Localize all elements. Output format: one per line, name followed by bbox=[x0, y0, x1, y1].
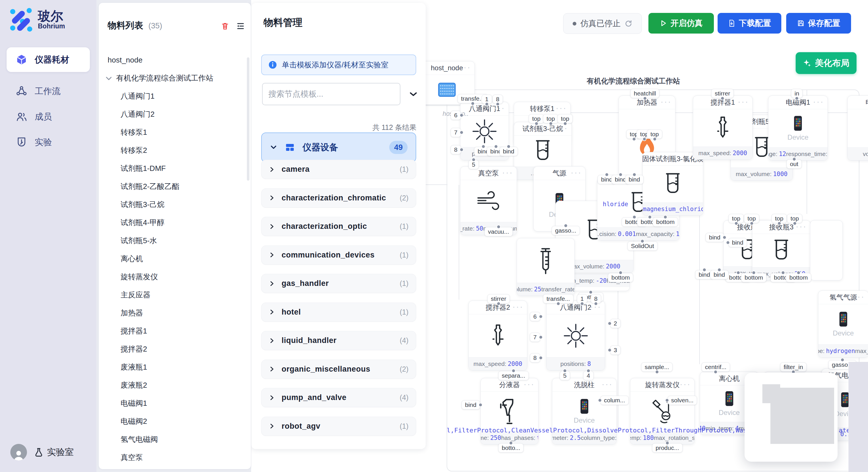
avatar[interactable] bbox=[10, 444, 27, 461]
tree-item[interactable]: 试剂瓶5-水 bbox=[99, 232, 251, 250]
port-chip-5[interactable]: 5 bbox=[468, 160, 479, 169]
tree-item[interactable]: 离心机 bbox=[99, 250, 251, 268]
node-menu-icon[interactable]: ··· bbox=[738, 97, 749, 106]
node-menu-icon[interactable]: ··· bbox=[660, 97, 672, 106]
port-chip-top[interactable]: top bbox=[543, 114, 558, 123]
tree-item[interactable]: 电磁阀1 bbox=[99, 394, 251, 412]
tree-item[interactable]: 废液瓶2 bbox=[99, 376, 251, 394]
sidebar-item-工作流[interactable]: 工作流 bbox=[7, 82, 90, 100]
tree-item[interactable]: 八通阀门1 bbox=[99, 87, 251, 105]
port-chip-top[interactable]: top bbox=[728, 214, 744, 223]
port-chip-vacuu...[interactable]: vacuu... bbox=[485, 227, 513, 236]
node-menu-icon[interactable]: ··· bbox=[502, 167, 513, 177]
node-分液器[interactable]: 分液器···volume: 250 has_phases: true bbox=[480, 378, 538, 444]
template-category-gas_handler[interactable]: gas_handler(1) bbox=[261, 274, 416, 293]
tree-item[interactable]: 搅拌器1 bbox=[99, 322, 251, 340]
tree-item[interactable]: 真空泵 bbox=[99, 448, 251, 467]
node-card[interactable]: …volume: 25 transfer_rate: 10 bbox=[517, 238, 575, 296]
port-chip-8[interactable]: 8 bbox=[451, 145, 461, 154]
port-chip-bind[interactable]: bind bbox=[499, 147, 518, 156]
tree-item[interactable]: 旋转蒸发仪 bbox=[99, 268, 251, 286]
template-category-liquid_handler[interactable]: liquid_handler(4) bbox=[261, 331, 416, 350]
refresh-icon[interactable] bbox=[625, 20, 632, 28]
template-search-input[interactable] bbox=[262, 83, 400, 105]
template-category-pump_and_valve[interactable]: pump_and_valve(4) bbox=[261, 388, 416, 407]
materials-scrollbar[interactable] bbox=[247, 57, 249, 181]
port-chip-bind[interactable]: bind bbox=[706, 233, 724, 242]
sidebar-item-成员[interactable]: 成员 bbox=[7, 108, 90, 126]
node-电磁阀2[interactable]: 电磁阀2···voltage: 12 bbox=[847, 96, 868, 161]
node-氢气气源[interactable]: 氢气气源···Device_type: hydrogen max_pre bbox=[818, 291, 868, 358]
port-chip-3[interactable]: 3 bbox=[610, 345, 621, 355]
port-chip-top[interactable]: top bbox=[744, 214, 759, 223]
tree-item[interactable]: 试剂瓶2-乙酸乙酯 bbox=[99, 177, 251, 196]
sidebar-item-仪器耗材[interactable]: 仪器耗材 bbox=[7, 47, 90, 72]
port-chip-bind[interactable]: bind bbox=[625, 175, 644, 184]
tree-item[interactable]: 试剂瓶1-DMF bbox=[99, 160, 251, 177]
node-旋转蒸发仪[interactable]: 旋转蒸发仪···temp: 180 max_rotation_sp bbox=[630, 378, 694, 444]
tree-item[interactable]: 氢气电磁阀 bbox=[99, 430, 251, 448]
save-config-button[interactable]: 保存配置 bbox=[786, 13, 851, 34]
port-chip-separa...[interactable]: separa... bbox=[498, 371, 529, 380]
port-chip-filter_in[interactable]: filter_in bbox=[780, 363, 807, 372]
port-chip-SolidOut[interactable]: SolidOut bbox=[627, 241, 658, 250]
node-固体试剂瓶3-氯化镁[interactable]: 固体试剂瓶3-氯化镁···agent: magnesium_chloride p… bbox=[642, 152, 703, 216]
port-chip-7[interactable]: 7 bbox=[530, 333, 540, 342]
delete-all-icon[interactable] bbox=[221, 22, 229, 30]
template-category-communication_devices[interactable]: communication_devices(1) bbox=[261, 245, 416, 265]
port-chip-1[interactable]: 1 bbox=[482, 95, 492, 104]
node-menu-icon[interactable]: ··· bbox=[460, 62, 471, 72]
template-category-hotel[interactable]: hotel(1) bbox=[261, 303, 416, 322]
collapse-panel-icon[interactable] bbox=[408, 89, 418, 99]
collapse-tree-icon[interactable] bbox=[236, 22, 245, 30]
tree-item[interactable]: 主反应器 bbox=[99, 286, 251, 304]
port-chip-top[interactable]: top bbox=[787, 214, 802, 223]
port-chip-top[interactable]: top bbox=[529, 114, 544, 123]
start-simulation-button[interactable]: 开启仿真 bbox=[648, 13, 714, 34]
port-chip-top[interactable]: top bbox=[772, 214, 787, 223]
node-menu-icon[interactable]: ··· bbox=[556, 103, 567, 113]
port-chip-6[interactable]: 6 bbox=[451, 111, 461, 120]
port-chip-heatchill[interactable]: heatchill bbox=[630, 89, 659, 98]
tree-item[interactable]: 加热器 bbox=[99, 304, 251, 322]
node-真空泵[interactable]: 真空泵···pump_rate: 50 max_vacuum: 0.1 bbox=[460, 166, 517, 235]
download-config-button[interactable]: 下载配置 bbox=[718, 13, 781, 34]
node-menu-icon[interactable]: ··· bbox=[680, 379, 691, 389]
port-chip-8[interactable]: 8 bbox=[591, 294, 601, 303]
node-搅拌器2[interactable]: 搅拌器2···max_speed: 2000 bbox=[468, 301, 527, 370]
category-instruments[interactable]: 仪器设备 49 bbox=[261, 133, 416, 162]
tree-group-workstation[interactable]: 有机化学流程综合测试工作站 bbox=[99, 69, 251, 87]
port-chip-8[interactable]: 8 bbox=[493, 95, 503, 104]
port-chip-top[interactable]: top bbox=[557, 114, 572, 123]
port-chip-4[interactable]: 4 bbox=[583, 371, 594, 380]
tree-item[interactable]: 八通阀门2 bbox=[99, 105, 251, 123]
node-menu-icon[interactable]: ··· bbox=[570, 167, 582, 177]
port-chip-bottom[interactable]: bottom bbox=[786, 273, 811, 282]
port-chip-out[interactable]: out bbox=[786, 160, 802, 169]
template-category-camera[interactable]: camera(1) bbox=[261, 160, 416, 179]
port-chip-solven...[interactable]: solven... bbox=[668, 396, 697, 405]
port-chip-2[interactable]: 2 bbox=[610, 319, 621, 328]
tree-item-host-node[interactable]: host_node bbox=[99, 51, 251, 69]
port-chip-8[interactable]: 8 bbox=[530, 353, 540, 363]
port-chip-5[interactable]: 5 bbox=[560, 371, 570, 380]
port-chip-top[interactable]: top bbox=[647, 130, 662, 139]
node-洗脱柱[interactable]: 洗脱柱···Devicediameter: 2.5 column_type: s… bbox=[552, 378, 617, 444]
port-chip-1[interactable]: 1 bbox=[577, 294, 587, 303]
port-chip-bottom[interactable]: bottom bbox=[653, 217, 678, 227]
port-chip-bind[interactable]: bind bbox=[462, 400, 480, 409]
port-chip-botto...[interactable]: botto... bbox=[498, 443, 524, 452]
tree-item[interactable]: 试剂瓶3-己烷 bbox=[99, 196, 251, 214]
port-chip-6[interactable]: 6 bbox=[530, 312, 540, 321]
port-chip-stirrer[interactable]: stirrer bbox=[487, 294, 510, 303]
node-menu-icon[interactable]: ··· bbox=[524, 379, 535, 389]
port-chip-sample...[interactable]: sample... bbox=[641, 363, 673, 372]
node-电磁阀1[interactable]: 电磁阀1···Devicevoltage: 12 response_time: … bbox=[768, 96, 828, 161]
port-chip-7[interactable]: 7 bbox=[451, 128, 461, 137]
port-chip-bottom[interactable]: bottom bbox=[741, 273, 766, 282]
port-chip-bind[interactable]: bind bbox=[728, 238, 747, 247]
node-八通阀门2[interactable]: 八通阀门2···positions: 8 bbox=[546, 301, 605, 370]
tree-item[interactable]: 废液瓶1 bbox=[99, 358, 251, 376]
tree-item[interactable]: 转移泵1 bbox=[99, 123, 251, 141]
port-chip-bind[interactable]: bind bbox=[710, 270, 728, 279]
